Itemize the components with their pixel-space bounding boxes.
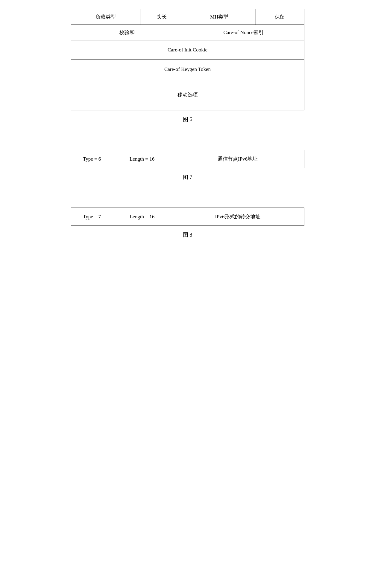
figure-8-table: Type = 7 Length = 16 IPv6形式的转交地址: [71, 208, 304, 226]
figure-7-table: Type = 6 Length = 16 通信节点IPv6地址: [71, 150, 304, 168]
figure-8-caption: 图 8: [71, 231, 304, 238]
table-row: Type = 7 Length = 16 IPv6形式的转交地址: [71, 208, 304, 226]
table-row: Care-of Keygen Token: [71, 60, 304, 79]
table-row: 移动选项: [71, 79, 304, 110]
table-row: Type = 6 Length = 16 通信节点IPv6地址: [71, 150, 304, 168]
cell-header-length: 头长: [140, 9, 183, 25]
figure-6-caption: 图 6: [71, 116, 304, 123]
table-row: 负载类型 头长 MH类型 保留: [71, 9, 304, 25]
table-row: 校验和 Care-of Nonce索引: [71, 25, 304, 40]
figure-7-container: Type = 6 Length = 16 通信节点IPv6地址 图 7: [71, 150, 304, 181]
cell-type-6: Type = 6: [71, 150, 113, 168]
cell-checksum: 校验和: [71, 25, 183, 40]
page-content: 负载类型 头长 MH类型 保留 校验和 Care-of Nonce索引 Care…: [18, 6, 357, 238]
figure-6-container: 负载类型 头长 MH类型 保留 校验和 Care-of Nonce索引 Care…: [71, 9, 304, 123]
cell-mobile-options: 移动选项: [71, 79, 304, 110]
table-row: Care-of Init Cookie: [71, 40, 304, 60]
cell-payload-type: 负载类型: [71, 9, 140, 25]
cell-coa-ipv6-address: IPv6形式的转交地址: [171, 208, 304, 226]
figure-6-table: 负载类型 头长 MH类型 保留 校验和 Care-of Nonce索引 Care…: [71, 9, 304, 110]
figure-8-container: Type = 7 Length = 16 IPv6形式的转交地址 图 8: [71, 208, 304, 238]
figure-7-caption: 图 7: [71, 173, 304, 181]
cell-length-16-fig8: Length = 16: [113, 208, 171, 226]
cell-mh-type: MH类型: [183, 9, 256, 25]
cell-reserved: 保留: [256, 9, 304, 25]
cell-cn-ipv6-address: 通信节点IPv6地址: [171, 150, 304, 168]
cell-length-16-fig7: Length = 16: [113, 150, 171, 168]
cell-careof-nonce: Care-of Nonce索引: [183, 25, 304, 40]
cell-careof-init-cookie: Care-of Init Cookie: [71, 40, 304, 60]
cell-careof-keygen-token: Care-of Keygen Token: [71, 60, 304, 79]
cell-type-7: Type = 7: [71, 208, 113, 226]
